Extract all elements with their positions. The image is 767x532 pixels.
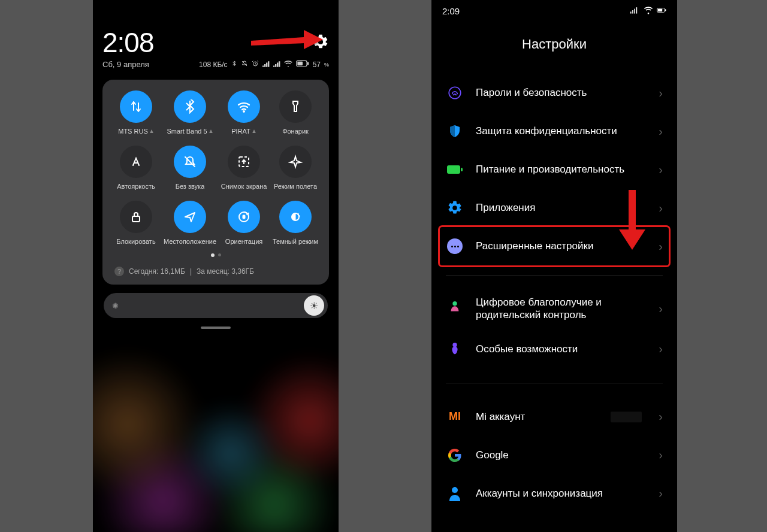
chevron-icon — [209, 129, 213, 133]
clock-time: 2:08 — [102, 26, 154, 59]
tile-label: Smart Band 5 — [167, 128, 213, 135]
brightness-thumb[interactable]: ☀ — [304, 295, 324, 316]
status-signal-icon — [630, 6, 640, 16]
chevron-icon — [150, 129, 153, 133]
settings-row-battery[interactable]: Питание и производительность› — [440, 150, 669, 189]
svg-rect-12 — [447, 165, 460, 174]
battery-pct-sfx: % — [324, 62, 329, 68]
annotation-arrow-left — [249, 25, 327, 55]
settings-row-person-sync[interactable]: Аккаунты и синхронизация› — [440, 474, 669, 513]
chevron-right-icon: › — [659, 342, 663, 356]
svg-point-16 — [452, 487, 458, 493]
quick-tile-data-arrows[interactable]: MTS RUS — [112, 90, 160, 135]
airplane-icon — [279, 146, 312, 178]
settings-row-fingerprint[interactable]: Пароли и безопасность› — [440, 74, 669, 112]
svg-rect-13 — [461, 168, 463, 171]
wellbeing-icon — [446, 300, 464, 318]
lock-icon — [120, 201, 152, 233]
tile-label: Ориентация — [225, 238, 262, 245]
settings-row-wellbeing[interactable]: Цифровое благополучие и родительский кон… — [440, 288, 669, 330]
quick-tile-flashlight[interactable]: Фонарик — [271, 90, 319, 135]
tile-label: Местоположение — [164, 238, 216, 245]
tile-label: Автояркость — [117, 183, 155, 190]
settings-row-mi[interactable]: MIMi аккаунт› — [440, 398, 669, 436]
usage-today: Сегодня: 16,1МБ — [129, 267, 185, 276]
svg-rect-9 — [658, 9, 662, 12]
chevron-right-icon: › — [659, 201, 663, 215]
chevron-right-icon: › — [659, 86, 663, 100]
chevron-icon — [252, 129, 256, 133]
quick-tile-rotation[interactable]: Ориентация — [220, 201, 268, 245]
row-label: Защита конфиденциальности — [476, 125, 647, 137]
tile-label: Блокировать — [116, 238, 155, 245]
settings-row-accessibility[interactable]: Особые возможности› — [440, 330, 669, 368]
tile-label: PIRAT — [231, 128, 256, 135]
signal-2-icon — [273, 61, 280, 69]
quick-tiles-panel: MTS RUSSmart Band 5PIRATФонарикАвтояркос… — [102, 80, 329, 285]
status-bar: 2:09 — [431, 0, 677, 20]
chevron-right-icon: › — [659, 410, 663, 424]
chevron-right-icon: › — [659, 302, 663, 316]
status-wifi-icon — [644, 6, 653, 16]
shade-handle[interactable] — [201, 327, 231, 329]
page-dots[interactable] — [107, 253, 324, 257]
tile-label: Фонарик — [282, 128, 309, 135]
tile-grid: MTS RUSSmart Band 5PIRATФонарикАвтояркос… — [107, 90, 324, 245]
dots-icon — [446, 237, 464, 255]
quick-tile-location[interactable]: Местоположение — [164, 201, 216, 245]
quick-tile-darkmode[interactable]: Темный режим — [271, 201, 319, 245]
row-label: Пароли и безопасность — [476, 86, 647, 99]
tile-label: Режим полета — [274, 183, 317, 190]
svg-rect-2 — [297, 62, 303, 65]
quick-tile-screenshot[interactable]: Снимок экрана — [220, 146, 268, 190]
mute-bell-icon — [174, 146, 206, 178]
alarm-icon — [252, 60, 259, 69]
masked-value — [611, 412, 642, 422]
annotation-arrow-right — [614, 188, 650, 253]
status-icons-row: 108 КБ/с — [199, 60, 329, 69]
quick-tile-bluetooth[interactable]: Smart Band 5 — [164, 90, 216, 135]
data-arrows-icon — [120, 90, 152, 123]
wifi-icon — [284, 60, 292, 69]
svg-point-11 — [449, 87, 461, 99]
settings-row-google[interactable]: Google› — [440, 436, 669, 474]
svg-rect-4 — [630, 11, 632, 13]
phone-right: 2:09 Настройки Пароли и безопасность›Защ… — [431, 0, 677, 532]
quick-tile-wifi[interactable]: PIRAT — [220, 90, 268, 135]
quick-tile-airplane[interactable]: Режим полета — [271, 146, 319, 190]
chevron-right-icon: › — [659, 163, 663, 177]
settings-title: Настройки — [431, 20, 677, 74]
dnd-icon — [241, 60, 248, 69]
settings-list: Пароли и безопасность›Защита конфиденциа… — [431, 74, 677, 513]
svg-rect-3 — [307, 62, 308, 65]
row-label: Mi аккаунт — [476, 410, 599, 423]
svg-rect-5 — [632, 10, 633, 14]
svg-rect-7 — [636, 7, 638, 13]
quick-tile-lock[interactable]: Блокировать — [112, 201, 160, 245]
data-rate: 108 КБ/с — [199, 61, 228, 69]
darkmode-icon — [279, 201, 312, 233]
bluetooth-icon — [174, 90, 206, 123]
battery-icon — [296, 60, 309, 69]
usage-month: За месяц: 3,36ГБ — [197, 267, 254, 276]
date-text: Сб, 9 апреля — [102, 60, 149, 69]
quick-tile-mute-bell[interactable]: Без звука — [164, 146, 216, 190]
settings-row-shield[interactable]: Защита конфиденциальности› — [440, 112, 669, 150]
location-icon — [174, 201, 206, 233]
tile-label: MTS RUS — [118, 128, 154, 135]
tile-label: Снимок экрана — [221, 183, 267, 190]
accessibility-icon — [446, 340, 464, 358]
shield-icon — [446, 122, 464, 140]
chevron-right-icon: › — [659, 240, 663, 253]
quick-tile-autoA[interactable]: Автояркость — [112, 146, 160, 190]
data-usage-row[interactable]: ? Сегодня: 16,1МБ | За месяц: 3,36ГБ — [107, 263, 324, 277]
row-label: Аккаунты и синхронизация — [476, 487, 647, 500]
status-battery-icon — [657, 6, 666, 16]
svg-rect-6 — [634, 9, 635, 14]
bluetooth-icon — [231, 60, 237, 69]
apps-gear-icon — [446, 199, 464, 217]
brightness-slider[interactable]: ✺ ☀ — [104, 293, 328, 318]
fingerprint-icon — [446, 84, 464, 102]
status-time: 2:09 — [442, 6, 460, 16]
rotation-icon — [228, 201, 260, 233]
